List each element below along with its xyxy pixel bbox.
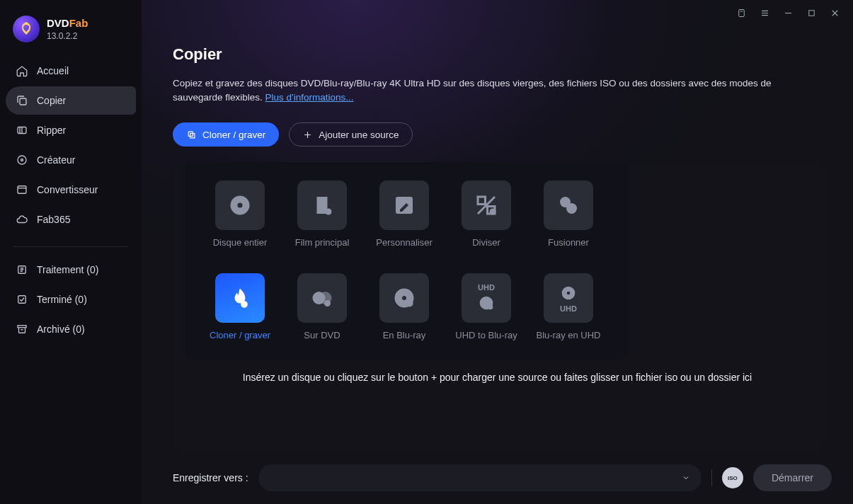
svg-point-20 — [566, 203, 577, 214]
mode-bluray-en-uhd[interactable]: UHD Blu-ray en UHD — [529, 273, 607, 340]
iso-button[interactable]: ISO — [722, 467, 743, 488]
sidebar-item-label: Terminé (0) — [37, 294, 87, 305]
svg-point-12 — [237, 203, 242, 208]
svg-rect-9 — [809, 10, 815, 16]
mode-en-bluray[interactable]: En Blu-ray — [365, 273, 443, 340]
sidebar-item-archive[interactable]: Archivé (0) — [6, 315, 136, 343]
svg-rect-4 — [18, 186, 26, 194]
add-source-button[interactable]: Ajouter une source — [289, 122, 412, 147]
mode-diviser[interactable]: Diviser — [447, 181, 525, 248]
svg-point-18 — [490, 209, 496, 215]
start-button[interactable]: Démarrer — [753, 464, 832, 491]
sidebar-item-label: Convertisseur — [37, 184, 98, 195]
sidebar-item-createur[interactable]: Créateur — [6, 146, 136, 174]
sidebar-item-accueil[interactable]: Accueil — [6, 57, 136, 85]
svg-rect-7 — [18, 326, 26, 328]
clone-icon — [186, 130, 197, 140]
queue-nav: Traitement (0) Terminé (0) Archivé (0) — [0, 256, 142, 343]
brand-version: 13.0.2.2 — [47, 31, 88, 41]
processing-icon — [16, 263, 28, 276]
svg-point-27 — [406, 300, 413, 307]
notify-icon[interactable] — [736, 8, 747, 18]
close-icon[interactable] — [830, 8, 840, 18]
sidebar-item-label: Archivé (0) — [37, 323, 85, 335]
mode-uhd-to-bluray[interactable]: UHD UHD to Blu-ray — [447, 273, 525, 340]
mode-disque-entier[interactable]: Disque entier — [201, 181, 279, 248]
mode-popover: Disque entier Film principal Personnalis… — [185, 162, 629, 359]
clone-burn-button[interactable]: Cloner / graver — [173, 122, 279, 147]
svg-point-3 — [21, 159, 23, 161]
svg-rect-10 — [188, 132, 193, 136]
primary-nav: Accueil Copier Ripper Créateur Convertis… — [0, 52, 142, 238]
brand-logo — [13, 16, 40, 42]
sidebar-item-termine[interactable]: Terminé (0) — [6, 285, 136, 314]
drop-zone[interactable]: Disque entier Film principal Personnalis… — [173, 162, 822, 452]
chevron-down-icon — [682, 474, 690, 482]
save-to-label: Enregistrer vers : — [173, 472, 248, 483]
mode-fusionner[interactable]: Fusionner — [529, 181, 607, 248]
sidebar-item-fab365[interactable]: Fab365 — [6, 205, 136, 234]
svg-point-29 — [488, 304, 493, 309]
maximize-icon[interactable] — [806, 8, 817, 18]
home-icon — [16, 64, 28, 77]
sidebar-item-traitement[interactable]: Traitement (0) — [6, 256, 136, 284]
button-label: Ajouter une source — [319, 130, 399, 140]
page-description: Copiez et gravez des disques DVD/Blu-ray… — [173, 76, 810, 104]
svg-point-31 — [567, 292, 571, 295]
svg-point-24 — [324, 300, 331, 307]
converter-icon — [16, 183, 28, 196]
mode-sur-dvd[interactable]: Sur DVD — [283, 273, 361, 340]
sidebar: DVDFab 13.0.2.2 Accueil Copier Ripper Cr… — [0, 0, 142, 504]
mode-personnaliser[interactable]: Personnaliser — [365, 181, 443, 248]
save-to-select[interactable] — [258, 464, 702, 491]
sidebar-item-copier[interactable]: Copier — [6, 86, 136, 115]
sidebar-item-label: Fab365 — [37, 214, 70, 225]
svg-point-26 — [402, 296, 406, 300]
ripper-icon — [16, 124, 28, 137]
svg-point-2 — [18, 156, 26, 164]
svg-rect-0 — [20, 98, 26, 105]
sidebar-item-label: Traitement (0) — [37, 264, 98, 275]
plus-icon — [302, 130, 313, 140]
sidebar-item-label: Créateur — [37, 154, 75, 166]
mode-film-principal[interactable]: Film principal — [283, 181, 361, 248]
footer-divider — [711, 469, 712, 486]
svg-rect-8 — [739, 9, 745, 16]
sidebar-item-convertisseur[interactable]: Convertisseur — [6, 176, 136, 204]
window-controls — [736, 0, 853, 25]
footer-bar: Enregistrer vers : ISO Démarrer — [142, 452, 853, 504]
creator-icon — [16, 154, 28, 166]
svg-rect-14 — [314, 197, 317, 214]
drop-hint: Insérez un disque ou cliquez sur le bout… — [173, 372, 822, 383]
svg-point-21 — [241, 301, 248, 308]
menu-icon[interactable] — [760, 8, 770, 18]
svg-rect-6 — [18, 296, 26, 304]
main-area: Copier Copiez et gravez des disques DVD/… — [142, 0, 853, 504]
mode-cloner-graver[interactable]: Cloner / graver — [201, 273, 279, 340]
sidebar-item-label: Accueil — [37, 65, 69, 76]
sidebar-item-label: Copier — [37, 95, 66, 106]
brand-name: DVDFab — [47, 17, 88, 29]
more-info-link[interactable]: Plus d'informations... — [265, 92, 354, 103]
brand-block: DVDFab 13.0.2.2 — [0, 10, 142, 52]
button-label: Cloner / graver — [202, 130, 265, 140]
done-icon — [16, 293, 28, 306]
archive-icon — [16, 323, 28, 336]
sidebar-item-ripper[interactable]: Ripper — [6, 116, 136, 144]
copy-icon — [16, 94, 28, 107]
cloud-icon — [16, 213, 28, 226]
sidebar-item-label: Ripper — [37, 125, 66, 136]
sidebar-divider — [13, 246, 129, 247]
page-title: Copier — [173, 45, 822, 64]
svg-point-16 — [326, 209, 332, 215]
minimize-icon[interactable] — [783, 8, 794, 18]
